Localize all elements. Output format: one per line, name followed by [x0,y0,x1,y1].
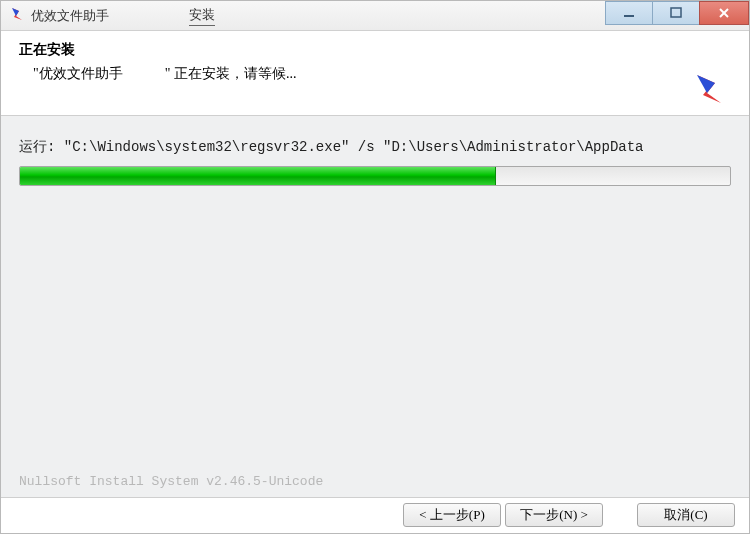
nullsoft-label: Nullsoft Install System v2.46.5-Unicode [19,474,323,489]
back-button[interactable]: < 上一步(P) [403,503,501,527]
command-text: 运行: "C:\Windows\system32\regsvr32.exe" /… [19,138,731,156]
window-controls [606,1,749,25]
cancel-button[interactable]: 取消(C) [637,503,735,527]
next-button[interactable]: 下一步(N) > [505,503,603,527]
installer-header: 正在安装 "优效文件助手 " 正在安装，请等候... [1,31,749,116]
title-bar[interactable]: 优效文件助手 安装 [1,1,749,31]
header-title: 正在安装 [19,41,731,59]
app-title: 优效文件助手 [31,7,109,25]
button-row: < 上一步(P) 下一步(N) > 取消(C) [403,497,735,533]
maximize-button[interactable] [652,1,700,25]
minimize-button[interactable] [605,1,653,25]
svg-rect-1 [671,8,681,17]
close-button[interactable] [699,1,749,25]
brand-icon [691,71,727,111]
svg-rect-0 [624,15,634,17]
app-icon [9,6,25,26]
progress-bar [19,166,731,186]
installer-body: 运行: "C:\Windows\system32\regsvr32.exe" /… [1,116,749,498]
progress-fill [20,167,496,185]
header-subtitle: "优效文件助手 " 正在安装，请等候... [19,65,731,83]
title-tab-install: 安装 [189,6,215,26]
installer-window: 优效文件助手 安装 正在安装 "优效文件助手 " 正在安装，请等候... [0,0,750,534]
